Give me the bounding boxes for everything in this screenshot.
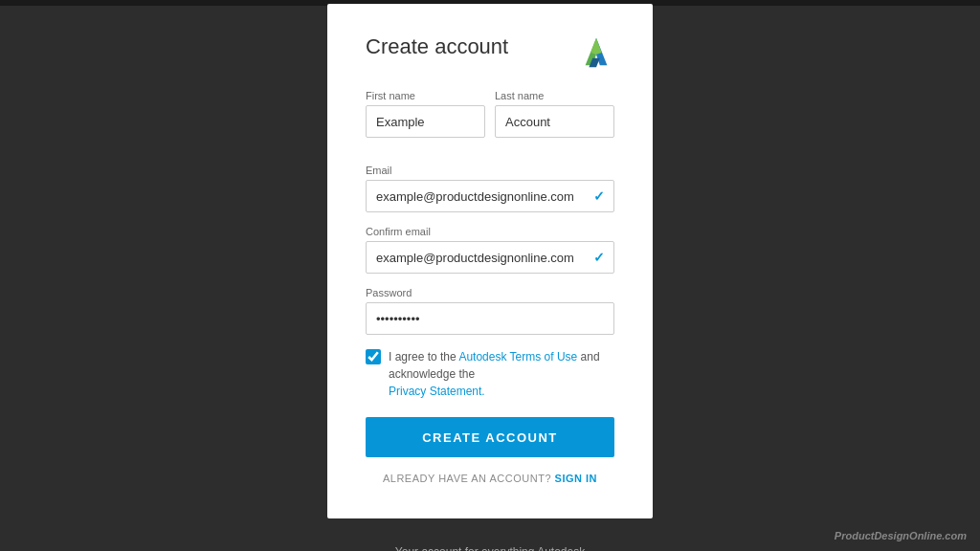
- confirm-email-input[interactable]: [366, 241, 614, 274]
- terms-prefix: I agree to the: [389, 350, 458, 364]
- footer: Your account for everything Autodesk LEA…: [395, 545, 585, 551]
- last-name-group: Last name: [495, 90, 614, 138]
- privacy-statement-link[interactable]: Privacy Statement.: [389, 385, 485, 398]
- signin-link[interactable]: SIGN IN: [555, 473, 597, 484]
- password-group: Password: [366, 287, 614, 335]
- first-name-input[interactable]: [366, 105, 485, 138]
- confirm-email-input-wrapper: ✓: [366, 241, 614, 274]
- signin-prompt: ALREADY HAVE AN ACCOUNT?: [383, 473, 551, 484]
- page-title: Create account: [366, 34, 508, 59]
- email-input-wrapper: ✓: [366, 180, 614, 212]
- svg-marker-4: [590, 38, 601, 55]
- signin-row: ALREADY HAVE AN ACCOUNT? SIGN IN: [366, 473, 614, 484]
- first-name-label: First name: [366, 90, 485, 101]
- email-group: Email ✓: [366, 165, 614, 212]
- email-input[interactable]: [366, 180, 614, 212]
- confirm-email-group: Confirm email ✓: [366, 226, 614, 274]
- main-content: Create account First name Last name: [0, 0, 980, 551]
- terms-of-use-link[interactable]: Autodesk Terms of Use: [458, 350, 577, 364]
- email-check-icon: ✓: [593, 188, 605, 204]
- terms-checkbox[interactable]: [366, 349, 381, 364]
- last-name-label: Last name: [495, 90, 614, 101]
- autodesk-logo: [578, 34, 614, 71]
- password-label: Password: [366, 287, 614, 298]
- confirm-email-check-icon: ✓: [593, 250, 605, 265]
- form-card: Create account First name Last name: [327, 4, 653, 518]
- watermark-text: ProductDesignOnline.com: [835, 530, 967, 541]
- last-name-input[interactable]: [495, 105, 614, 138]
- terms-row: I agree to the Autodesk Terms of Use and…: [366, 348, 614, 400]
- password-input[interactable]: [366, 302, 614, 335]
- create-account-button[interactable]: CREATE ACCOUNT: [366, 417, 614, 457]
- watermark: ProductDesignOnline.com: [835, 530, 967, 541]
- terms-text: I agree to the Autodesk Terms of Use and…: [389, 348, 614, 400]
- name-row: First name Last name: [366, 90, 614, 151]
- email-label: Email: [366, 165, 614, 176]
- footer-text: Your account for everything Autodesk: [395, 545, 585, 551]
- first-name-group: First name: [366, 90, 485, 138]
- confirm-email-label: Confirm email: [366, 226, 614, 237]
- card-header: Create account: [366, 34, 614, 71]
